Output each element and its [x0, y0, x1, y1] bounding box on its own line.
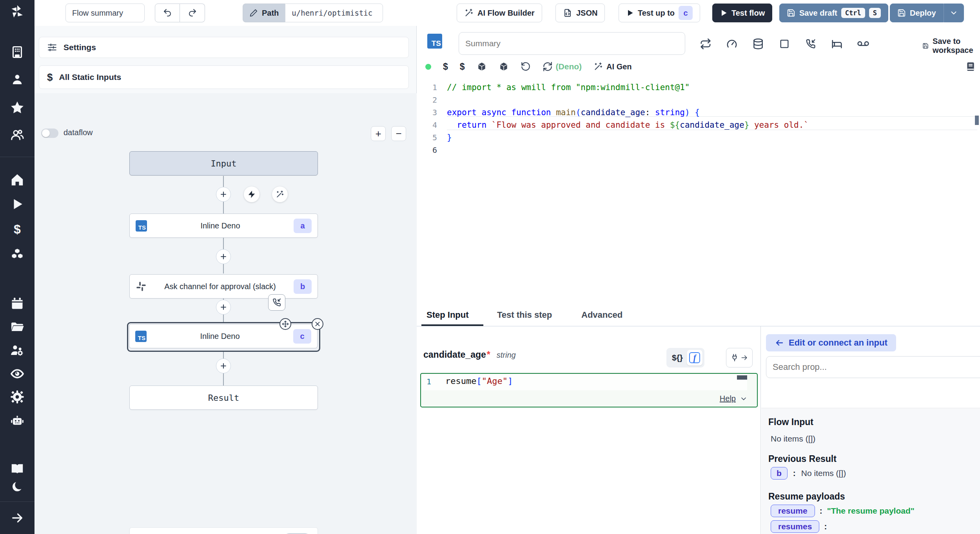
- undo-button[interactable]: [155, 4, 180, 22]
- sidebar-expand-arrow-right-icon[interactable]: [9, 510, 25, 526]
- flow-node-a[interactable]: TS Inline Deno a: [129, 214, 318, 238]
- javascript-mode-option[interactable]: f: [687, 350, 702, 366]
- flow-node-c-selection[interactable]: TS Inline Deno c: [127, 322, 320, 352]
- ai-gen-label: AI Gen: [606, 62, 632, 71]
- chevron-down-icon[interactable]: [740, 395, 748, 403]
- windmill-flow-builder: $: [0, 0, 980, 534]
- package-cube-icon-2[interactable]: [499, 62, 509, 72]
- topbar: Path AI Flow Builder JSON Test up to c T…: [34, 0, 980, 26]
- sidebar-item-dark-mode-moon-icon[interactable]: [9, 479, 25, 494]
- search-prop-input[interactable]: [766, 356, 980, 378]
- test-up-to-button[interactable]: Test up to c: [619, 4, 700, 22]
- sleep-bed-icon[interactable]: [828, 35, 846, 52]
- field-type: string: [497, 351, 516, 360]
- sidebar-item-workers-user-cog-icon[interactable]: [9, 342, 25, 358]
- error-handler-box[interactable]: Error Handler: [129, 527, 318, 534]
- variables-dollar-icon[interactable]: $: [460, 62, 465, 72]
- ai-flow-builder-button[interactable]: AI Flow Builder: [457, 4, 542, 22]
- sidebar-item-settings-gear-icon[interactable]: [9, 389, 25, 405]
- code-line-1: // import * as wmill from "npm:windmill-…: [447, 81, 690, 94]
- save-to-workspace-button[interactable]: Save to workspace: [922, 37, 980, 55]
- play-icon: [720, 9, 728, 17]
- mock-square-icon[interactable]: [776, 35, 793, 52]
- sidebar-item-favorites-star-icon[interactable]: [9, 100, 25, 115]
- save-icon: [922, 41, 929, 51]
- prop-chip-resume[interactable]: resume: [771, 505, 815, 517]
- dataflow-toggle[interactable]: [41, 129, 58, 138]
- deploy-button[interactable]: Deploy: [890, 4, 944, 22]
- insert-step-button-2[interactable]: [216, 249, 231, 264]
- tab-advanced[interactable]: Advanced: [581, 310, 622, 320]
- library-icon[interactable]: [965, 61, 976, 72]
- sidebar-item-home-icon[interactable]: [9, 172, 25, 188]
- sidebar-item-audit-eye-icon[interactable]: [9, 366, 25, 382]
- sidebar-item-folders-icon[interactable]: [9, 319, 25, 335]
- retries-repeat-icon[interactable]: [697, 35, 714, 52]
- code-line-4: return `Flow was approved and candidate …: [447, 119, 809, 131]
- cache-database-icon[interactable]: [750, 35, 767, 52]
- phone-incoming-icon: [272, 298, 281, 307]
- code-line-3: export async function main(candidate_age…: [447, 106, 700, 119]
- trigger-zap-button[interactable]: [244, 186, 260, 202]
- expression-editor[interactable]: 1 resume["Age"] Help: [420, 373, 758, 407]
- arrow-right-icon: [740, 354, 748, 362]
- assets-dollar-icon[interactable]: $: [443, 62, 448, 72]
- ai-step-wand-button[interactable]: [272, 186, 288, 202]
- expr-scrollbar-thumb[interactable]: [737, 375, 747, 380]
- node-b-badge: b: [294, 279, 312, 294]
- insert-step-button-3[interactable]: [216, 300, 231, 315]
- move-node-button[interactable]: [279, 318, 291, 330]
- sidebar-item-user-icon[interactable]: [9, 72, 25, 87]
- edit-or-connect-label: Edit or connect an input: [789, 338, 887, 348]
- play-icon: [626, 9, 634, 17]
- sidebar-item-ai-robot-icon[interactable]: [9, 413, 25, 429]
- flow-result-node[interactable]: Result: [129, 386, 318, 410]
- sidebar-item-schedules-calendar-icon[interactable]: [9, 295, 25, 311]
- zoom-in-button[interactable]: +: [371, 126, 386, 141]
- sidebar-item-workspace-building-icon[interactable]: [9, 44, 25, 60]
- deploy-dropdown-button[interactable]: [944, 4, 964, 22]
- settings-section-button[interactable]: Settings: [39, 37, 409, 58]
- ai-gen-button[interactable]: AI Gen: [593, 62, 632, 71]
- package-cube-icon[interactable]: [477, 62, 487, 72]
- test-flow-button[interactable]: Test flow: [712, 4, 772, 22]
- early-stop-gauge-icon[interactable]: [723, 35, 740, 52]
- suspend-phone-incoming-icon[interactable]: [802, 35, 819, 52]
- prop-chip-b[interactable]: b: [771, 467, 788, 480]
- redo-button[interactable]: [180, 4, 205, 22]
- flow-node-b[interactable]: Ask channel for approval (slack) b: [129, 274, 318, 299]
- runtime-refresh-group[interactable]: (Deno): [543, 62, 582, 72]
- code-editor[interactable]: 1 2 3 4 5 6 // import * as wmill from "n…: [417, 78, 980, 306]
- sidebar-item-groups-users-icon[interactable]: [9, 127, 25, 143]
- voicemail-icon[interactable]: [855, 35, 872, 52]
- approval-suspend-chip[interactable]: [268, 294, 285, 311]
- undo-redo-group: [155, 4, 205, 22]
- zoom-out-button[interactable]: −: [391, 126, 406, 141]
- all-static-inputs-button[interactable]: $ All Static Inputs: [39, 65, 409, 89]
- help-link[interactable]: Help: [720, 394, 736, 403]
- template-mode-option[interactable]: ${}: [672, 353, 683, 362]
- connect-input-plug-button[interactable]: [726, 348, 753, 367]
- sidebar-item-docs-book-icon[interactable]: [9, 461, 25, 476]
- tab-test-this-step[interactable]: Test this step: [497, 310, 552, 320]
- path-input[interactable]: [285, 4, 383, 22]
- edit-or-connect-button[interactable]: Edit or connect an input: [766, 334, 896, 351]
- resume-row: resume : "The resume payload": [771, 505, 915, 517]
- prop-chip-resumes[interactable]: resumes: [771, 520, 819, 533]
- save-draft-button[interactable]: Save draft Ctrl S: [779, 4, 888, 22]
- step-summary-input[interactable]: [459, 32, 685, 55]
- insert-step-button-4[interactable]: [216, 358, 231, 373]
- tab-step-input[interactable]: Step Input: [426, 310, 469, 320]
- path-button[interactable]: Path: [243, 4, 285, 22]
- flow-summary-input[interactable]: [65, 4, 145, 22]
- flow-input-node[interactable]: Input: [129, 151, 318, 176]
- reset-rotate-ccw-icon[interactable]: [521, 62, 531, 72]
- editor-scrollbar-thumb[interactable]: [975, 116, 979, 125]
- json-button[interactable]: JSON: [555, 4, 605, 22]
- sidebar-item-resources-boxes-icon[interactable]: [9, 246, 25, 262]
- delete-node-button[interactable]: [312, 318, 323, 330]
- sidebar-item-variables-dollar-icon[interactable]: $: [9, 221, 25, 237]
- flow-graph-canvas[interactable]: dataflow + − Input TS: [34, 93, 417, 534]
- insert-step-button-1[interactable]: [216, 187, 231, 202]
- sidebar-item-runs-play-icon[interactable]: [9, 196, 25, 212]
